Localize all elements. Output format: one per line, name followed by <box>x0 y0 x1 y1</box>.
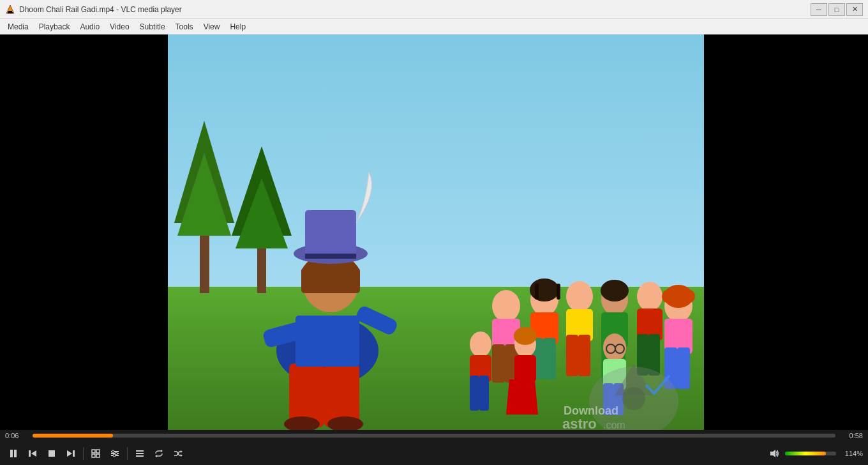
fullscreen-button[interactable] <box>87 445 104 462</box>
svg-rect-21 <box>301 268 360 293</box>
svg-text:astro: astro <box>562 416 597 431</box>
svg-point-61 <box>662 290 672 303</box>
menu-view[interactable]: View <box>198 19 225 34</box>
svg-rect-78 <box>14 450 17 457</box>
separator-1 <box>83 447 84 460</box>
pause-icon <box>8 448 19 459</box>
svg-point-33 <box>530 278 559 301</box>
volume-track[interactable] <box>785 452 836 455</box>
stop-button[interactable] <box>43 445 60 462</box>
svg-rect-32 <box>543 338 556 379</box>
play-pause-button[interactable] <box>5 445 22 462</box>
svg-point-44 <box>601 280 629 301</box>
titlebar-controls: ─ □ ✕ <box>811 3 863 16</box>
svg-rect-82 <box>73 450 75 457</box>
svg-point-36 <box>566 281 593 312</box>
svg-rect-64 <box>514 355 536 382</box>
menu-subtitle[interactable]: Subtitle <box>135 19 170 34</box>
svg-point-62 <box>685 290 695 303</box>
maximize-button[interactable]: □ <box>828 3 845 16</box>
menu-help[interactable]: Help <box>225 19 251 34</box>
svg-point-93 <box>113 454 116 457</box>
controls-row: 114% <box>0 441 868 465</box>
volume-button[interactable] <box>766 445 782 462</box>
video-area[interactable]: Download astro .com <box>166 34 705 430</box>
menu-audio[interactable]: Audio <box>75 19 105 34</box>
svg-point-25 <box>492 290 520 322</box>
svg-text:.com: .com <box>603 420 625 431</box>
svg-rect-77 <box>10 450 13 457</box>
volume-icon <box>768 448 780 459</box>
svg-rect-70 <box>479 376 489 411</box>
titlebar-left: Dhoom Chali Rail Gadi.mp4 - VLC media pl… <box>5 4 182 15</box>
loop-button[interactable] <box>151 445 167 462</box>
svg-rect-39 <box>578 335 590 376</box>
svg-rect-95 <box>136 453 144 454</box>
right-panel <box>705 34 868 430</box>
svg-rect-81 <box>49 450 55 457</box>
progress-bar-row: 0:06 0:58 <box>0 430 868 441</box>
separator-2 <box>127 447 128 460</box>
minimize-button[interactable]: ─ <box>811 3 827 16</box>
menubar: Media Playback Audio Video Subtitle Tool… <box>0 19 868 34</box>
svg-rect-86 <box>92 454 95 457</box>
svg-marker-80 <box>31 450 36 457</box>
shuffle-icon <box>173 448 183 459</box>
volume-percentage: 114% <box>839 450 863 457</box>
time-current: 0:06 <box>5 432 27 439</box>
svg-rect-85 <box>96 450 100 453</box>
svg-rect-69 <box>470 376 479 411</box>
svg-marker-83 <box>67 450 72 457</box>
menu-media[interactable]: Media <box>3 19 34 34</box>
playlist-icon <box>135 448 145 459</box>
next-button[interactable] <box>63 445 79 462</box>
svg-point-67 <box>470 332 491 357</box>
svg-rect-79 <box>29 450 31 457</box>
svg-rect-96 <box>136 455 144 457</box>
extended-icon <box>110 448 120 459</box>
svg-text:Download: Download <box>564 404 618 417</box>
svg-point-91 <box>112 450 114 453</box>
time-total: 0:58 <box>841 432 863 439</box>
svg-rect-87 <box>96 454 100 457</box>
svg-rect-34 <box>535 284 539 300</box>
progress-track[interactable] <box>33 434 835 438</box>
main-content: Download astro .com <box>0 34 868 430</box>
menu-video[interactable]: Video <box>105 19 134 34</box>
next-icon <box>66 448 76 459</box>
svg-point-73 <box>622 387 645 410</box>
left-panel <box>0 34 166 430</box>
volume-area: 114% <box>766 445 863 462</box>
previous-button[interactable] <box>24 445 41 462</box>
fullscreen-icon <box>91 448 101 459</box>
svg-rect-24 <box>305 254 356 259</box>
svg-rect-35 <box>557 284 560 300</box>
svg-rect-59 <box>677 347 690 389</box>
svg-marker-98 <box>155 455 157 457</box>
video-frame: Download astro .com <box>168 34 704 430</box>
svg-rect-94 <box>136 450 144 452</box>
svg-marker-100 <box>181 454 183 457</box>
menu-tools[interactable]: Tools <box>170 19 198 34</box>
window-title: Dhoom Chali Rail Gadi.mp4 - VLC media pl… <box>19 5 182 14</box>
vlc-logo-icon <box>5 4 15 15</box>
playlist-button[interactable] <box>131 445 148 462</box>
loop-icon <box>154 448 164 459</box>
menu-playback[interactable]: Playback <box>34 19 75 34</box>
volume-fill <box>785 452 826 455</box>
svg-marker-101 <box>770 450 775 457</box>
titlebar: Dhoom Chali Rail Gadi.mp4 - VLC media pl… <box>0 0 868 19</box>
previous-icon <box>27 448 38 459</box>
svg-marker-99 <box>181 450 183 453</box>
svg-rect-38 <box>566 335 578 376</box>
svg-marker-65 <box>506 379 538 415</box>
close-button[interactable]: ✕ <box>846 3 863 16</box>
svg-rect-23 <box>305 210 356 258</box>
progress-fill <box>33 434 113 438</box>
extended-controls-button[interactable] <box>107 445 123 462</box>
stop-icon <box>47 448 57 459</box>
svg-rect-1 <box>8 11 12 12</box>
svg-rect-2 <box>8 12 13 13</box>
svg-point-66 <box>514 327 537 345</box>
shuffle-button[interactable] <box>170 445 186 462</box>
